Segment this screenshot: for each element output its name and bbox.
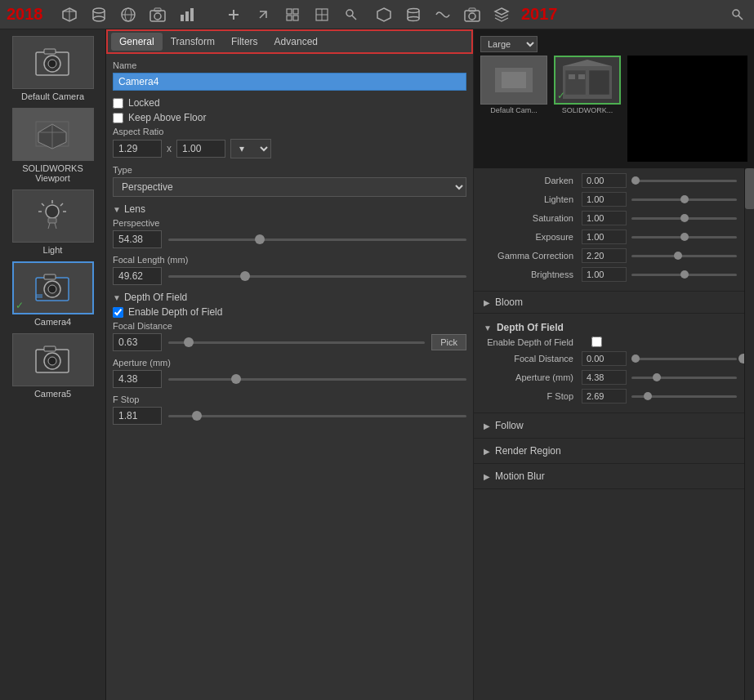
fstop-input[interactable] bbox=[113, 407, 162, 425]
name-section: Name bbox=[113, 60, 466, 91]
camera-list: Default Camera SOLIDWORKS Viewport bbox=[0, 29, 106, 700]
cylinder-icon[interactable] bbox=[404, 5, 423, 25]
aspect-height-input[interactable] bbox=[176, 140, 225, 158]
dof-section-header[interactable]: ▼ Depth Of Field bbox=[113, 292, 466, 303]
svg-rect-15 bbox=[190, 8, 194, 21]
aspect-width-input[interactable] bbox=[113, 140, 162, 158]
type-select[interactable]: Perspective Orthographic bbox=[113, 177, 466, 197]
darken-input[interactable] bbox=[582, 173, 627, 188]
preview-item-solidworks[interactable]: ✓ SOLIDWORK... bbox=[554, 56, 621, 114]
right-dof-section-header[interactable]: ▼ Depth Of Field bbox=[484, 319, 734, 337]
name-input[interactable] bbox=[113, 73, 466, 91]
right-aperture-label: Aperture (mm) bbox=[484, 372, 582, 382]
camera-item-camera4[interactable]: ✓ Camera4 bbox=[8, 261, 98, 327]
saturation-slider[interactable] bbox=[631, 217, 737, 220]
lighten-input[interactable] bbox=[582, 192, 627, 207]
camera-thumb-camera4[interactable]: ✓ bbox=[12, 261, 94, 314]
camera-icon[interactable] bbox=[148, 5, 167, 25]
aperture-input[interactable] bbox=[113, 370, 162, 388]
tab-general[interactable]: General bbox=[111, 33, 163, 51]
right-focal-distance-slider[interactable] bbox=[631, 358, 737, 360]
saturation-input[interactable] bbox=[582, 211, 627, 225]
camera-thumb-light[interactable] bbox=[12, 189, 94, 243]
keep-above-floor-row: Keep Above Floor bbox=[113, 112, 466, 123]
arrow-icon[interactable] bbox=[253, 5, 273, 25]
type-section: Type Perspective Orthographic bbox=[113, 165, 466, 197]
brightness-input[interactable] bbox=[582, 267, 627, 282]
camera-item-solidworks[interactable]: SOLIDWORKS Viewport bbox=[8, 108, 98, 183]
globe-icon[interactable] bbox=[118, 5, 138, 25]
camera-item-default[interactable]: Default Camera bbox=[8, 36, 98, 101]
right-enable-dof-checkbox[interactable] bbox=[591, 337, 602, 347]
grid-small-icon[interactable] bbox=[283, 5, 302, 25]
fstop-section: F Stop bbox=[113, 395, 466, 425]
active-checkmark: ✓ bbox=[16, 300, 24, 311]
cube-icon[interactable] bbox=[60, 5, 79, 25]
focal-length-input[interactable] bbox=[113, 267, 162, 285]
camera-thumb-default[interactable] bbox=[12, 36, 94, 89]
plus-icon[interactable] bbox=[224, 5, 243, 25]
grid-large-icon[interactable] bbox=[312, 5, 332, 25]
gamma-input[interactable] bbox=[582, 248, 627, 263]
bloom-section-header[interactable]: ▶ Bloom bbox=[474, 292, 744, 314]
exposure-input[interactable] bbox=[582, 230, 627, 244]
motion-blur-header[interactable]: ▶ Motion Blur bbox=[474, 464, 744, 489]
aspect-dropdown[interactable]: ▾ bbox=[230, 139, 271, 158]
tab-transform[interactable]: Transform bbox=[163, 33, 223, 51]
layers-icon[interactable] bbox=[492, 5, 511, 25]
darken-slider[interactable] bbox=[631, 180, 737, 182]
render-region-header[interactable]: ▶ Render Region bbox=[474, 439, 744, 464]
camera-item-light[interactable]: Light bbox=[8, 189, 98, 255]
search-icon-right[interactable] bbox=[728, 5, 747, 25]
camera-item-camera5[interactable]: Camera5 bbox=[8, 333, 98, 399]
right-focal-distance-input[interactable] bbox=[582, 351, 627, 366]
database-icon[interactable] bbox=[89, 5, 109, 25]
camera-label-light: Light bbox=[43, 245, 63, 255]
right-fstop-label: F Stop bbox=[484, 391, 582, 401]
enable-dof-checkbox[interactable] bbox=[113, 307, 123, 318]
saturation-label: Saturation bbox=[484, 213, 582, 223]
follow-section-header[interactable]: ▶ Follow bbox=[474, 413, 744, 439]
camera-thumb-camera5[interactable] bbox=[12, 333, 94, 386]
render-region-label: Render Region bbox=[495, 445, 561, 457]
brightness-slider[interactable] bbox=[631, 274, 737, 276]
right-aperture-slider[interactable] bbox=[631, 377, 737, 379]
lens-arrow: ▼ bbox=[113, 205, 121, 214]
preview-size-select[interactable]: Large Medium Small bbox=[480, 36, 538, 52]
perspective-label: Perspective bbox=[113, 218, 466, 228]
enable-dof-row: Enable Depth of Field bbox=[113, 306, 466, 318]
gamma-slider[interactable] bbox=[631, 255, 737, 257]
svg-line-18 bbox=[260, 11, 266, 18]
tab-filters[interactable]: Filters bbox=[223, 33, 266, 51]
pick-button[interactable]: Pick bbox=[431, 334, 466, 350]
svg-rect-70 bbox=[589, 70, 609, 95]
right-fstop-slider[interactable] bbox=[631, 395, 737, 398]
search-icon-left[interactable] bbox=[341, 5, 361, 25]
keep-above-floor-checkbox[interactable] bbox=[113, 113, 123, 123]
lighten-slider[interactable] bbox=[631, 198, 737, 201]
exposure-slider[interactable] bbox=[631, 236, 737, 239]
right-aperture-input[interactable] bbox=[582, 370, 627, 385]
fstop-slider[interactable] bbox=[168, 415, 466, 417]
aperture-slider[interactable] bbox=[168, 378, 466, 381]
camera-icon-right[interactable] bbox=[462, 5, 482, 25]
lens-section-header[interactable]: ▼ Lens bbox=[113, 203, 466, 215]
locked-checkbox[interactable] bbox=[113, 98, 123, 109]
focal-distance-input[interactable] bbox=[113, 333, 162, 351]
cube-icon-right[interactable] bbox=[374, 5, 394, 25]
right-fstop-input[interactable] bbox=[582, 389, 627, 404]
right-scrollbar-thumb[interactable] bbox=[745, 168, 754, 209]
locked-label: Locked bbox=[128, 97, 160, 109]
focal-distance-slider[interactable] bbox=[168, 341, 425, 344]
svg-point-58 bbox=[48, 285, 56, 293]
wave-icon[interactable] bbox=[433, 5, 453, 25]
preview-item-default[interactable]: Default Cam... bbox=[480, 56, 547, 114]
perspective-input[interactable] bbox=[113, 230, 162, 248]
fstop-label: F Stop bbox=[113, 395, 466, 404]
camera-thumb-solidworks[interactable] bbox=[12, 108, 94, 161]
tab-advanced[interactable]: Advanced bbox=[266, 33, 326, 51]
focal-length-slider[interactable] bbox=[168, 275, 466, 278]
perspective-slider[interactable] bbox=[168, 239, 466, 241]
chart-icon[interactable] bbox=[177, 5, 197, 25]
right-scrollbar[interactable] bbox=[744, 168, 754, 700]
